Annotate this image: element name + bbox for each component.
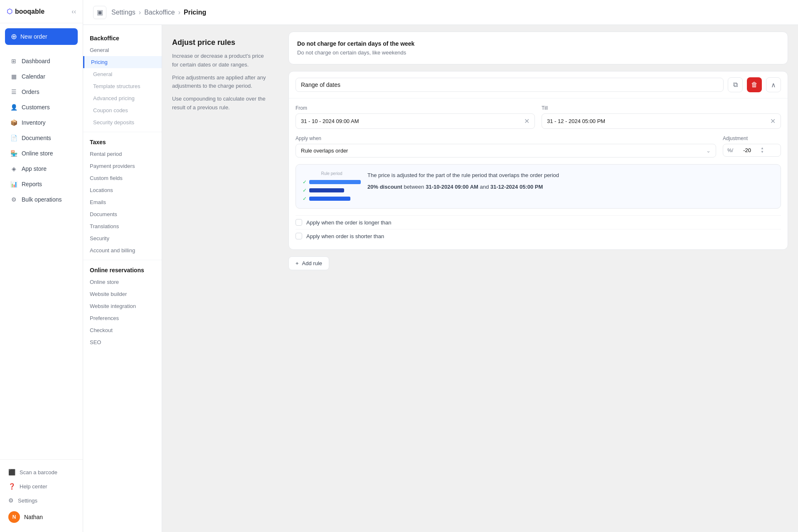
rule-delete-button[interactable]: 🗑 <box>747 77 762 92</box>
help-center-item[interactable]: ❓ Help center <box>5 480 78 493</box>
adjustment-input[interactable]: %/ ▲ ▼ <box>723 144 781 157</box>
apply-when-value: Rule overlaps order <box>301 148 348 154</box>
chart-row-1: ✓ <box>303 179 361 185</box>
settings-pricing-general[interactable]: General <box>83 68 162 80</box>
chevron-up-icon: ∧ <box>771 81 776 89</box>
chart-row-3: ✓ <box>303 196 361 202</box>
sidebar-toggle-icon[interactable]: ▣ <box>93 6 106 19</box>
settings-emails[interactable]: Emails <box>83 196 162 208</box>
settings-sidebar: Backoffice General Pricing General Templ… <box>83 25 162 532</box>
settings-custom-fields[interactable]: Custom fields <box>83 172 162 184</box>
breadcrumb-sep-1: › <box>139 9 141 16</box>
discount-date2: 31-12-2024 05:00 PM <box>490 184 543 190</box>
online-reservations-title: Online reservations <box>83 264 162 276</box>
settings-account-billing[interactable]: Account and billing <box>83 244 162 256</box>
from-input[interactable]: 31 - 10 - 2024 09:00 AM ✕ <box>296 113 535 129</box>
apply-when-field: Apply when Rule overlaps order ⌄ <box>296 135 716 158</box>
sidebar-item-label: Reports <box>22 181 42 187</box>
user-profile-item[interactable]: N Nathan <box>5 508 78 526</box>
settings-rental-period[interactable]: Rental period <box>83 148 162 160</box>
settings-security-deposits[interactable]: Security deposits <box>83 116 162 128</box>
rules-panel: Do not charge for certain days of the we… <box>278 25 798 532</box>
settings-locations[interactable]: Locations <box>83 184 162 196</box>
till-input[interactable]: 31 - 12 - 2024 05:00 PM ✕ <box>542 113 781 129</box>
collapse-sidebar-button[interactable]: ‹‹ <box>71 8 76 15</box>
rule-title-input[interactable] <box>296 78 724 92</box>
new-order-button[interactable]: ⊕ New order <box>5 28 78 45</box>
settings-translations[interactable]: Translations <box>83 220 162 232</box>
main-area: ▣ Settings › Backoffice › Pricing Backof… <box>83 0 798 532</box>
settings-preferences[interactable]: Preferences <box>83 312 162 324</box>
settings-coupon-codes[interactable]: Coupon codes <box>83 104 162 116</box>
longer-than-label: Apply when the order is longer than <box>306 219 392 226</box>
sidebar-item-orders[interactable]: ☰ Orders <box>3 84 79 99</box>
sidebar-item-app-store[interactable]: ◈ App store <box>3 161 79 176</box>
settings-general[interactable]: General <box>83 44 162 56</box>
description-para-2: Price adjustments are applied after any … <box>172 74 268 91</box>
settings-checkout[interactable]: Checkout <box>83 324 162 336</box>
settings-item[interactable]: ⚙ Settings <box>5 494 78 507</box>
rule-collapse-button[interactable]: ∧ <box>766 77 781 92</box>
bar-container-3 <box>309 197 361 201</box>
plus-add-icon: + <box>296 260 299 266</box>
shorter-than-checkbox[interactable] <box>296 233 302 239</box>
documents-icon: 📄 <box>10 134 17 142</box>
dashboard-icon: ⊞ <box>10 57 17 65</box>
description-para-1: Increase or decrease a product's price f… <box>172 52 268 69</box>
spinner-up[interactable]: ▲ <box>761 147 764 150</box>
settings-website-integration[interactable]: Website integration <box>83 300 162 312</box>
description-panel: Adjust price rules Increase or decrease … <box>162 25 278 532</box>
scan-barcode-label: Scan a barcode <box>20 469 57 475</box>
preview-box: Rule period ✓ ✓ <box>296 164 781 209</box>
settings-documents[interactable]: Documents <box>83 208 162 220</box>
adjustment-field: Adjustment %/ ▲ ▼ <box>723 135 781 158</box>
user-name: Nathan <box>24 514 43 520</box>
logo: ⬡ booqable <box>7 7 44 15</box>
divider-2 <box>83 260 162 260</box>
sidebar-item-documents[interactable]: 📄 Documents <box>3 131 79 145</box>
settings-payment-providers[interactable]: Payment providers <box>83 160 162 172</box>
chart-bar-2 <box>309 188 344 192</box>
longer-than-checkbox[interactable] <box>296 219 302 226</box>
sidebar-item-customers[interactable]: 👤 Customers <box>3 100 79 115</box>
check-icon-2: ✓ <box>303 187 307 193</box>
shorter-than-label: Apply when order is shorter than <box>306 233 384 239</box>
sidebar-item-reports[interactable]: 📊 Reports <box>3 177 79 192</box>
preview-text: The price is adjusted for the part of th… <box>367 171 774 202</box>
settings-advanced-pricing[interactable]: Advanced pricing <box>83 92 162 104</box>
preview-discount: 20% discount between 31-10-2024 09:00 AM… <box>367 183 774 192</box>
adjustment-value-input[interactable] <box>736 147 757 153</box>
chart-bar-3 <box>309 197 350 201</box>
till-clear-button[interactable]: ✕ <box>770 117 776 125</box>
settings-seo[interactable]: SEO <box>83 336 162 348</box>
rule-copy-button[interactable]: ⧉ <box>728 77 743 92</box>
sidebar-item-dashboard[interactable]: ⊞ Dashboard <box>3 54 79 69</box>
sidebar-item-inventory[interactable]: 📦 Inventory <box>3 115 79 130</box>
chart-row-2: ✓ <box>303 187 361 193</box>
no-charge-title: Do not charge for certain days of the we… <box>297 40 779 47</box>
chart-title: Rule period <box>303 171 361 176</box>
settings-online-store[interactable]: Online store <box>83 276 162 288</box>
trash-icon: 🗑 <box>751 81 758 89</box>
spinner-down[interactable]: ▼ <box>761 150 764 154</box>
from-clear-button[interactable]: ✕ <box>524 117 530 125</box>
sidebar-item-calendar[interactable]: ▦ Calendar <box>3 69 79 84</box>
description-para-3: Use compounding to calculate over the re… <box>172 95 268 112</box>
scan-barcode-item[interactable]: ⬛ Scan a barcode <box>5 466 78 479</box>
till-field: Till 31 - 12 - 2024 05:00 PM ✕ <box>542 105 781 129</box>
online-store-icon: 🏪 <box>10 150 17 157</box>
discount-percent: 20% discount <box>367 184 402 190</box>
sidebar-item-bulk-operations[interactable]: ⚙ Bulk operations <box>3 192 79 207</box>
calendar-icon: ▦ <box>10 73 17 80</box>
apply-when-select[interactable]: Rule overlaps order ⌄ <box>296 144 716 158</box>
add-rule-button[interactable]: + Add rule <box>288 256 329 270</box>
sidebar-item-label: Customers <box>22 104 50 111</box>
check-icon-1: ✓ <box>303 179 307 185</box>
settings-security[interactable]: Security <box>83 232 162 244</box>
settings-website-builder[interactable]: Website builder <box>83 288 162 300</box>
sidebar-item-online-store[interactable]: 🏪 Online store <box>3 146 79 161</box>
settings-template-structures[interactable]: Template structures <box>83 80 162 92</box>
bar-container-1 <box>309 180 361 184</box>
settings-pricing[interactable]: Pricing <box>83 56 162 68</box>
logo-icon: ⬡ <box>7 7 12 15</box>
